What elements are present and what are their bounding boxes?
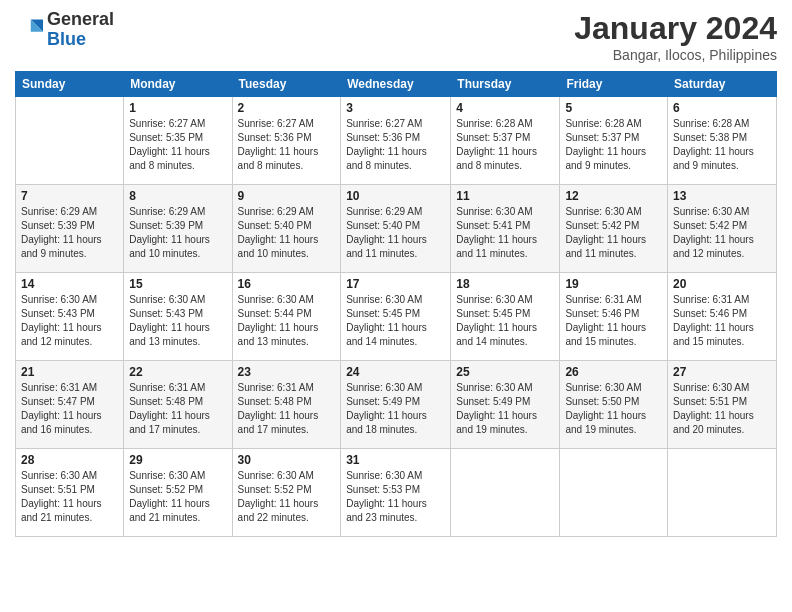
cell-w1-d0: 7Sunrise: 6:29 AMSunset: 5:39 PMDaylight… [16,185,124,273]
sunset-text: Sunset: 5:49 PM [456,395,554,409]
sunrise-text: Sunrise: 6:30 AM [346,293,445,307]
day-number: 28 [21,453,118,467]
day-number: 27 [673,365,771,379]
week-row-0: 1Sunrise: 6:27 AMSunset: 5:35 PMDaylight… [16,97,777,185]
sunrise-text: Sunrise: 6:30 AM [456,205,554,219]
sunset-text: Sunset: 5:46 PM [673,307,771,321]
sunrise-text: Sunrise: 6:30 AM [21,469,118,483]
header-wednesday: Wednesday [341,72,451,97]
daylight-text: Daylight: 11 hours and 13 minutes. [238,321,336,349]
sunset-text: Sunset: 5:39 PM [129,219,226,233]
day-info: Sunrise: 6:30 AMSunset: 5:50 PMDaylight:… [565,381,662,437]
week-row-4: 28Sunrise: 6:30 AMSunset: 5:51 PMDayligh… [16,449,777,537]
sunset-text: Sunset: 5:47 PM [21,395,118,409]
day-number: 29 [129,453,226,467]
day-number: 10 [346,189,445,203]
sunset-text: Sunset: 5:36 PM [238,131,336,145]
day-number: 4 [456,101,554,115]
daylight-text: Daylight: 11 hours and 20 minutes. [673,409,771,437]
sunset-text: Sunset: 5:41 PM [456,219,554,233]
daylight-text: Daylight: 11 hours and 11 minutes. [565,233,662,261]
day-info: Sunrise: 6:30 AMSunset: 5:42 PMDaylight:… [673,205,771,261]
sunrise-text: Sunrise: 6:31 AM [565,293,662,307]
header-monday: Monday [124,72,232,97]
week-row-1: 7Sunrise: 6:29 AMSunset: 5:39 PMDaylight… [16,185,777,273]
cell-w0-d3: 3Sunrise: 6:27 AMSunset: 5:36 PMDaylight… [341,97,451,185]
day-number: 24 [346,365,445,379]
sunset-text: Sunset: 5:50 PM [565,395,662,409]
sunrise-text: Sunrise: 6:31 AM [21,381,118,395]
sunset-text: Sunset: 5:48 PM [238,395,336,409]
day-info: Sunrise: 6:30 AMSunset: 5:53 PMDaylight:… [346,469,445,525]
day-number: 26 [565,365,662,379]
page: General Blue January 2024 Bangar, Ilocos… [0,0,792,612]
sunset-text: Sunset: 5:38 PM [673,131,771,145]
cell-w3-d1: 22Sunrise: 6:31 AMSunset: 5:48 PMDayligh… [124,361,232,449]
sunset-text: Sunset: 5:45 PM [456,307,554,321]
cell-w4-d5 [560,449,668,537]
sunrise-text: Sunrise: 6:29 AM [238,205,336,219]
sunset-text: Sunset: 5:46 PM [565,307,662,321]
daylight-text: Daylight: 11 hours and 21 minutes. [21,497,118,525]
cell-w0-d4: 4Sunrise: 6:28 AMSunset: 5:37 PMDaylight… [451,97,560,185]
sunrise-text: Sunrise: 6:30 AM [456,293,554,307]
sunrise-text: Sunrise: 6:31 AM [238,381,336,395]
day-number: 25 [456,365,554,379]
header: General Blue January 2024 Bangar, Ilocos… [15,10,777,63]
sunset-text: Sunset: 5:49 PM [346,395,445,409]
cell-w3-d0: 21Sunrise: 6:31 AMSunset: 5:47 PMDayligh… [16,361,124,449]
daylight-text: Daylight: 11 hours and 8 minutes. [129,145,226,173]
sunrise-text: Sunrise: 6:29 AM [21,205,118,219]
calendar-table: Sunday Monday Tuesday Wednesday Thursday… [15,71,777,537]
cell-w2-d2: 16Sunrise: 6:30 AMSunset: 5:44 PMDayligh… [232,273,341,361]
day-info: Sunrise: 6:30 AMSunset: 5:51 PMDaylight:… [21,469,118,525]
daylight-text: Daylight: 11 hours and 14 minutes. [346,321,445,349]
calendar-header-row: Sunday Monday Tuesday Wednesday Thursday… [16,72,777,97]
day-info: Sunrise: 6:31 AMSunset: 5:48 PMDaylight:… [238,381,336,437]
daylight-text: Daylight: 11 hours and 22 minutes. [238,497,336,525]
daylight-text: Daylight: 11 hours and 9 minutes. [673,145,771,173]
daylight-text: Daylight: 11 hours and 13 minutes. [129,321,226,349]
day-number: 22 [129,365,226,379]
location: Bangar, Ilocos, Philippines [574,47,777,63]
day-number: 31 [346,453,445,467]
header-tuesday: Tuesday [232,72,341,97]
day-info: Sunrise: 6:30 AMSunset: 5:52 PMDaylight:… [129,469,226,525]
day-info: Sunrise: 6:30 AMSunset: 5:43 PMDaylight:… [129,293,226,349]
sunrise-text: Sunrise: 6:30 AM [565,205,662,219]
daylight-text: Daylight: 11 hours and 14 minutes. [456,321,554,349]
day-info: Sunrise: 6:30 AMSunset: 5:44 PMDaylight:… [238,293,336,349]
cell-w0-d1: 1Sunrise: 6:27 AMSunset: 5:35 PMDaylight… [124,97,232,185]
daylight-text: Daylight: 11 hours and 19 minutes. [456,409,554,437]
sunrise-text: Sunrise: 6:29 AM [129,205,226,219]
sunrise-text: Sunrise: 6:28 AM [565,117,662,131]
cell-w1-d2: 9Sunrise: 6:29 AMSunset: 5:40 PMDaylight… [232,185,341,273]
sunrise-text: Sunrise: 6:30 AM [673,205,771,219]
sunset-text: Sunset: 5:40 PM [238,219,336,233]
sunrise-text: Sunrise: 6:30 AM [346,469,445,483]
daylight-text: Daylight: 11 hours and 16 minutes. [21,409,118,437]
sunset-text: Sunset: 5:40 PM [346,219,445,233]
day-info: Sunrise: 6:30 AMSunset: 5:49 PMDaylight:… [456,381,554,437]
daylight-text: Daylight: 11 hours and 21 minutes. [129,497,226,525]
sunrise-text: Sunrise: 6:30 AM [129,293,226,307]
sunset-text: Sunset: 5:43 PM [21,307,118,321]
day-info: Sunrise: 6:31 AMSunset: 5:48 PMDaylight:… [129,381,226,437]
sunset-text: Sunset: 5:44 PM [238,307,336,321]
cell-w3-d2: 23Sunrise: 6:31 AMSunset: 5:48 PMDayligh… [232,361,341,449]
day-number: 20 [673,277,771,291]
cell-w4-d0: 28Sunrise: 6:30 AMSunset: 5:51 PMDayligh… [16,449,124,537]
day-info: Sunrise: 6:31 AMSunset: 5:47 PMDaylight:… [21,381,118,437]
day-info: Sunrise: 6:30 AMSunset: 5:45 PMDaylight:… [346,293,445,349]
sunset-text: Sunset: 5:52 PM [238,483,336,497]
day-info: Sunrise: 6:28 AMSunset: 5:37 PMDaylight:… [456,117,554,173]
cell-w2-d4: 18Sunrise: 6:30 AMSunset: 5:45 PMDayligh… [451,273,560,361]
sunrise-text: Sunrise: 6:30 AM [238,469,336,483]
daylight-text: Daylight: 11 hours and 11 minutes. [346,233,445,261]
day-number: 1 [129,101,226,115]
cell-w4-d2: 30Sunrise: 6:30 AMSunset: 5:52 PMDayligh… [232,449,341,537]
cell-w1-d3: 10Sunrise: 6:29 AMSunset: 5:40 PMDayligh… [341,185,451,273]
daylight-text: Daylight: 11 hours and 10 minutes. [129,233,226,261]
day-number: 17 [346,277,445,291]
day-number: 9 [238,189,336,203]
